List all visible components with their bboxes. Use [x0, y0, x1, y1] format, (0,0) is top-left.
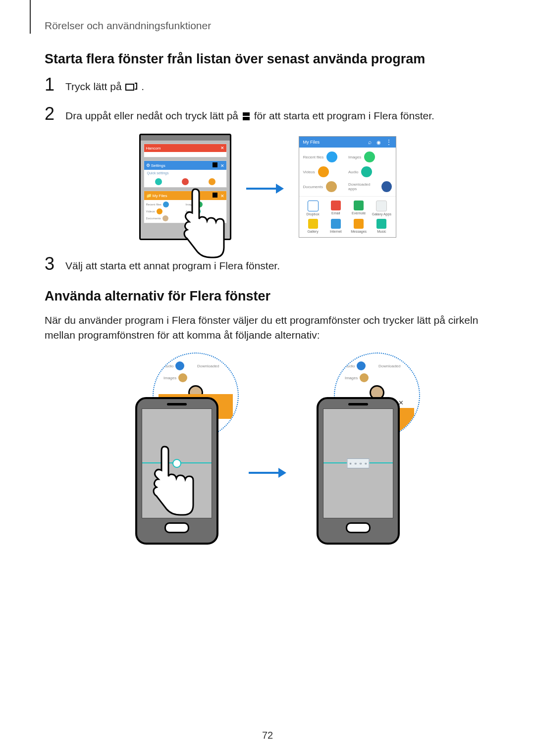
- multiwindow-option-bar: ▫ ▫ ▫ ▫: [347, 458, 369, 468]
- quick-toggle-icon: [155, 178, 162, 185]
- document-icon: [360, 373, 369, 382]
- recent-card-hancom: Hancom ✕: [144, 144, 227, 157]
- step-text: Tryck lätt på .: [65, 76, 144, 96]
- section-body: När du använder program i Flera fönster …: [45, 313, 490, 343]
- myfiles-panel: My Files ⌕ ◉ ⋮ Recent files Images Video…: [299, 136, 396, 238]
- music-icon: [376, 219, 386, 229]
- close-icon: ✕: [220, 163, 224, 168]
- breadcrumb: Rörelser och användningsfunktioner: [45, 20, 490, 32]
- margin-rule: [30, 0, 31, 34]
- internet-icon: [331, 219, 341, 229]
- recent-card-settings: ⚙ Settings ✕ Quick settings: [144, 160, 227, 188]
- manual-page: Rörelser och användningsfunktioner Start…: [0, 0, 535, 756]
- video-icon: [318, 166, 329, 177]
- document-icon: [326, 181, 337, 192]
- phone-multiwindow-closed: Audio Downloaded Images Tap to add prior…: [120, 357, 234, 545]
- svg-rect-2: [243, 117, 250, 120]
- step-2: 2 Dra uppåt eller nedåt och tryck lätt p…: [45, 105, 490, 125]
- step-text: Välj att starta ett annat program i Fler…: [65, 255, 280, 274]
- recent-apps-icon: [125, 80, 137, 96]
- text: .: [141, 81, 144, 92]
- section-title-1: Starta flera fönster från listan över se…: [45, 51, 490, 67]
- svg-rect-0: [126, 84, 134, 90]
- image-icon: [364, 151, 375, 162]
- arrow-right-icon: [246, 174, 284, 201]
- option-icon: ▫: [355, 460, 357, 467]
- home-button: [346, 522, 371, 533]
- quick-toggle-icon: [209, 178, 215, 185]
- card-title: Settings: [151, 163, 165, 168]
- option-icon: ▫: [349, 460, 351, 467]
- close-icon: ✕: [220, 146, 224, 151]
- section-title-2: Använda alternativ för Flera fönster: [45, 289, 490, 304]
- step-text: Dra uppåt eller nedåt och tryck lätt på …: [65, 105, 434, 125]
- audio-icon: [175, 361, 184, 370]
- multiwindow-icon: [213, 162, 217, 167]
- card-title: My Files: [153, 194, 167, 198]
- text: för att starta ett program i Flera fönst…: [254, 110, 434, 121]
- document-icon: [178, 373, 187, 382]
- phone-multiwindow-open: Audio Downloaded Images ↶ ⇆ ⛶ ⛶ ✕ Ta: [301, 357, 415, 545]
- figure-1: Hancom ✕ ⚙ Settings ✕ Quick settings: [45, 134, 490, 240]
- gallery-icon: [308, 219, 318, 229]
- more-icon: ⋮: [386, 139, 392, 146]
- search-icon: ⌕: [368, 139, 372, 146]
- phone-recent-apps: Hancom ✕ ⚙ Settings ✕ Quick settings: [139, 134, 231, 240]
- storage-icon: ◉: [376, 140, 381, 145]
- figure-2: Audio Downloaded Images Tap to add prior…: [45, 357, 490, 545]
- step-number: 1: [45, 76, 65, 94]
- email-icon: [331, 201, 341, 210]
- gear-icon: ⚙: [146, 163, 150, 168]
- multiwindow-icon: [213, 193, 217, 198]
- option-icon: ▫: [360, 460, 362, 467]
- step-1: 1 Tryck lätt på .: [45, 76, 490, 96]
- galaxy-apps-icon: [376, 201, 387, 211]
- text: Tryck lätt på: [65, 81, 124, 92]
- audio-icon: [357, 361, 366, 370]
- page-number: 72: [0, 730, 535, 741]
- messages-icon: [354, 219, 364, 229]
- panel-title: My Files: [303, 140, 320, 145]
- audio-icon: [361, 166, 372, 177]
- folder-icon: 📁: [146, 193, 152, 198]
- text: Dra uppåt eller nedåt och tryck lätt på: [65, 110, 241, 121]
- dropbox-icon: [308, 201, 319, 211]
- recent-card-myfiles: 📁 My Files ✕ Recent files Images Videos …: [144, 191, 227, 223]
- option-icon: ▫: [365, 460, 367, 467]
- svg-rect-1: [243, 112, 250, 116]
- arrow-right-icon: [249, 457, 286, 484]
- evernote-icon: [354, 201, 364, 210]
- step-3: 3 Välj att starta ett annat program i Fl…: [45, 255, 490, 274]
- download-icon: [381, 181, 392, 192]
- step-number: 3: [45, 255, 65, 273]
- step-number: 2: [45, 105, 65, 123]
- multiwindow-icon: [242, 109, 250, 125]
- close-icon: ✕: [220, 194, 224, 199]
- clock-icon: [326, 151, 337, 162]
- card-title: Hancom: [146, 146, 161, 151]
- hand-pointer-icon: [140, 442, 199, 531]
- quick-toggle-icon: [182, 178, 189, 185]
